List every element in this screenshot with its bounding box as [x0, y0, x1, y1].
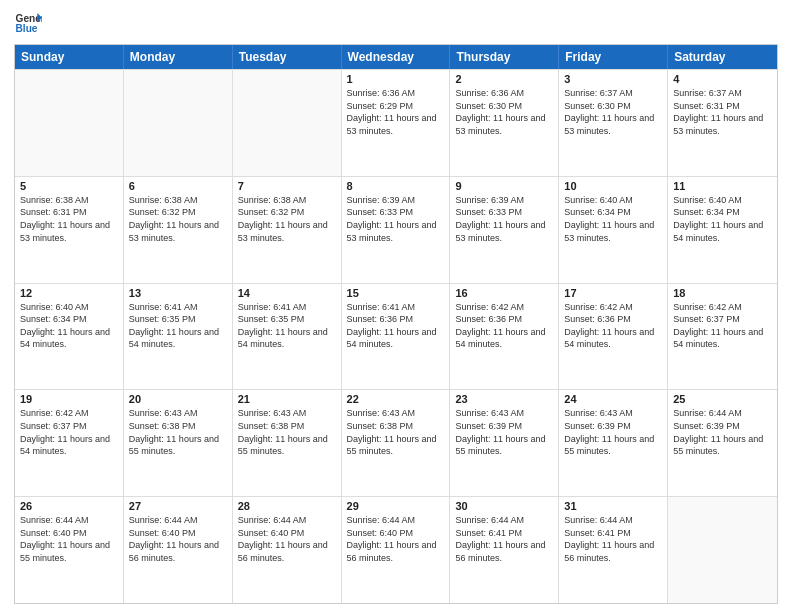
calendar-header: SundayMondayTuesdayWednesdayThursdayFrid…	[15, 45, 777, 69]
day-number: 20	[129, 393, 227, 405]
day-number: 8	[347, 180, 445, 192]
cal-cell: 12Sunrise: 6:40 AM Sunset: 6:34 PM Dayli…	[15, 284, 124, 390]
cell-info: Sunrise: 6:40 AM Sunset: 6:34 PM Dayligh…	[564, 194, 662, 244]
calendar: SundayMondayTuesdayWednesdayThursdayFrid…	[14, 44, 778, 604]
day-number: 7	[238, 180, 336, 192]
cal-cell: 16Sunrise: 6:42 AM Sunset: 6:36 PM Dayli…	[450, 284, 559, 390]
cal-cell: 30Sunrise: 6:44 AM Sunset: 6:41 PM Dayli…	[450, 497, 559, 603]
day-number: 5	[20, 180, 118, 192]
cal-cell	[124, 70, 233, 176]
cal-cell: 1Sunrise: 6:36 AM Sunset: 6:29 PM Daylig…	[342, 70, 451, 176]
cell-info: Sunrise: 6:44 AM Sunset: 6:40 PM Dayligh…	[347, 514, 445, 564]
cal-cell: 28Sunrise: 6:44 AM Sunset: 6:40 PM Dayli…	[233, 497, 342, 603]
logo: General Blue	[14, 10, 46, 38]
cell-info: Sunrise: 6:41 AM Sunset: 6:35 PM Dayligh…	[129, 301, 227, 351]
cell-info: Sunrise: 6:40 AM Sunset: 6:34 PM Dayligh…	[673, 194, 772, 244]
day-number: 3	[564, 73, 662, 85]
cal-header-friday: Friday	[559, 45, 668, 69]
day-number: 14	[238, 287, 336, 299]
day-number: 17	[564, 287, 662, 299]
cal-cell: 9Sunrise: 6:39 AM Sunset: 6:33 PM Daylig…	[450, 177, 559, 283]
cal-cell: 3Sunrise: 6:37 AM Sunset: 6:30 PM Daylig…	[559, 70, 668, 176]
day-number: 24	[564, 393, 662, 405]
cal-cell	[668, 497, 777, 603]
cal-cell: 31Sunrise: 6:44 AM Sunset: 6:41 PM Dayli…	[559, 497, 668, 603]
cal-cell: 4Sunrise: 6:37 AM Sunset: 6:31 PM Daylig…	[668, 70, 777, 176]
cal-cell: 24Sunrise: 6:43 AM Sunset: 6:39 PM Dayli…	[559, 390, 668, 496]
day-number: 2	[455, 73, 553, 85]
cell-info: Sunrise: 6:43 AM Sunset: 6:38 PM Dayligh…	[238, 407, 336, 457]
day-number: 18	[673, 287, 772, 299]
svg-text:Blue: Blue	[16, 23, 38, 34]
cell-info: Sunrise: 6:43 AM Sunset: 6:38 PM Dayligh…	[129, 407, 227, 457]
cal-header-wednesday: Wednesday	[342, 45, 451, 69]
cal-cell: 27Sunrise: 6:44 AM Sunset: 6:40 PM Dayli…	[124, 497, 233, 603]
day-number: 29	[347, 500, 445, 512]
cell-info: Sunrise: 6:41 AM Sunset: 6:35 PM Dayligh…	[238, 301, 336, 351]
cal-cell: 19Sunrise: 6:42 AM Sunset: 6:37 PM Dayli…	[15, 390, 124, 496]
day-number: 12	[20, 287, 118, 299]
day-number: 26	[20, 500, 118, 512]
day-number: 6	[129, 180, 227, 192]
cell-info: Sunrise: 6:37 AM Sunset: 6:30 PM Dayligh…	[564, 87, 662, 137]
day-number: 21	[238, 393, 336, 405]
cal-cell: 5Sunrise: 6:38 AM Sunset: 6:31 PM Daylig…	[15, 177, 124, 283]
day-number: 9	[455, 180, 553, 192]
cal-week-3: 12Sunrise: 6:40 AM Sunset: 6:34 PM Dayli…	[15, 283, 777, 390]
cell-info: Sunrise: 6:42 AM Sunset: 6:36 PM Dayligh…	[564, 301, 662, 351]
cell-info: Sunrise: 6:44 AM Sunset: 6:41 PM Dayligh…	[564, 514, 662, 564]
cal-cell: 8Sunrise: 6:39 AM Sunset: 6:33 PM Daylig…	[342, 177, 451, 283]
cal-cell	[15, 70, 124, 176]
cal-cell: 10Sunrise: 6:40 AM Sunset: 6:34 PM Dayli…	[559, 177, 668, 283]
cell-info: Sunrise: 6:43 AM Sunset: 6:38 PM Dayligh…	[347, 407, 445, 457]
day-number: 13	[129, 287, 227, 299]
cal-cell: 29Sunrise: 6:44 AM Sunset: 6:40 PM Dayli…	[342, 497, 451, 603]
cell-info: Sunrise: 6:44 AM Sunset: 6:40 PM Dayligh…	[129, 514, 227, 564]
cell-info: Sunrise: 6:44 AM Sunset: 6:40 PM Dayligh…	[238, 514, 336, 564]
cal-header-sunday: Sunday	[15, 45, 124, 69]
day-number: 16	[455, 287, 553, 299]
cell-info: Sunrise: 6:39 AM Sunset: 6:33 PM Dayligh…	[347, 194, 445, 244]
cell-info: Sunrise: 6:43 AM Sunset: 6:39 PM Dayligh…	[455, 407, 553, 457]
day-number: 15	[347, 287, 445, 299]
day-number: 11	[673, 180, 772, 192]
day-number: 30	[455, 500, 553, 512]
cell-info: Sunrise: 6:44 AM Sunset: 6:41 PM Dayligh…	[455, 514, 553, 564]
cal-cell: 6Sunrise: 6:38 AM Sunset: 6:32 PM Daylig…	[124, 177, 233, 283]
day-number: 1	[347, 73, 445, 85]
cal-cell: 11Sunrise: 6:40 AM Sunset: 6:34 PM Dayli…	[668, 177, 777, 283]
day-number: 10	[564, 180, 662, 192]
cell-info: Sunrise: 6:38 AM Sunset: 6:32 PM Dayligh…	[129, 194, 227, 244]
cell-info: Sunrise: 6:39 AM Sunset: 6:33 PM Dayligh…	[455, 194, 553, 244]
day-number: 22	[347, 393, 445, 405]
cal-cell: 21Sunrise: 6:43 AM Sunset: 6:38 PM Dayli…	[233, 390, 342, 496]
cal-header-thursday: Thursday	[450, 45, 559, 69]
cal-cell: 25Sunrise: 6:44 AM Sunset: 6:39 PM Dayli…	[668, 390, 777, 496]
cal-cell: 14Sunrise: 6:41 AM Sunset: 6:35 PM Dayli…	[233, 284, 342, 390]
cal-cell: 18Sunrise: 6:42 AM Sunset: 6:37 PM Dayli…	[668, 284, 777, 390]
cell-info: Sunrise: 6:41 AM Sunset: 6:36 PM Dayligh…	[347, 301, 445, 351]
cell-info: Sunrise: 6:36 AM Sunset: 6:29 PM Dayligh…	[347, 87, 445, 137]
cell-info: Sunrise: 6:44 AM Sunset: 6:40 PM Dayligh…	[20, 514, 118, 564]
day-number: 4	[673, 73, 772, 85]
cal-cell: 20Sunrise: 6:43 AM Sunset: 6:38 PM Dayli…	[124, 390, 233, 496]
cal-cell: 15Sunrise: 6:41 AM Sunset: 6:36 PM Dayli…	[342, 284, 451, 390]
day-number: 23	[455, 393, 553, 405]
cal-header-monday: Monday	[124, 45, 233, 69]
cal-cell: 2Sunrise: 6:36 AM Sunset: 6:30 PM Daylig…	[450, 70, 559, 176]
calendar-body: 1Sunrise: 6:36 AM Sunset: 6:29 PM Daylig…	[15, 69, 777, 603]
cell-info: Sunrise: 6:42 AM Sunset: 6:36 PM Dayligh…	[455, 301, 553, 351]
cal-cell: 13Sunrise: 6:41 AM Sunset: 6:35 PM Dayli…	[124, 284, 233, 390]
day-number: 25	[673, 393, 772, 405]
day-number: 27	[129, 500, 227, 512]
cell-info: Sunrise: 6:43 AM Sunset: 6:39 PM Dayligh…	[564, 407, 662, 457]
day-number: 28	[238, 500, 336, 512]
cal-cell: 23Sunrise: 6:43 AM Sunset: 6:39 PM Dayli…	[450, 390, 559, 496]
cal-cell	[233, 70, 342, 176]
cell-info: Sunrise: 6:42 AM Sunset: 6:37 PM Dayligh…	[20, 407, 118, 457]
logo-icon: General Blue	[14, 10, 42, 38]
cell-info: Sunrise: 6:44 AM Sunset: 6:39 PM Dayligh…	[673, 407, 772, 457]
cal-week-4: 19Sunrise: 6:42 AM Sunset: 6:37 PM Dayli…	[15, 389, 777, 496]
cell-info: Sunrise: 6:40 AM Sunset: 6:34 PM Dayligh…	[20, 301, 118, 351]
day-number: 19	[20, 393, 118, 405]
